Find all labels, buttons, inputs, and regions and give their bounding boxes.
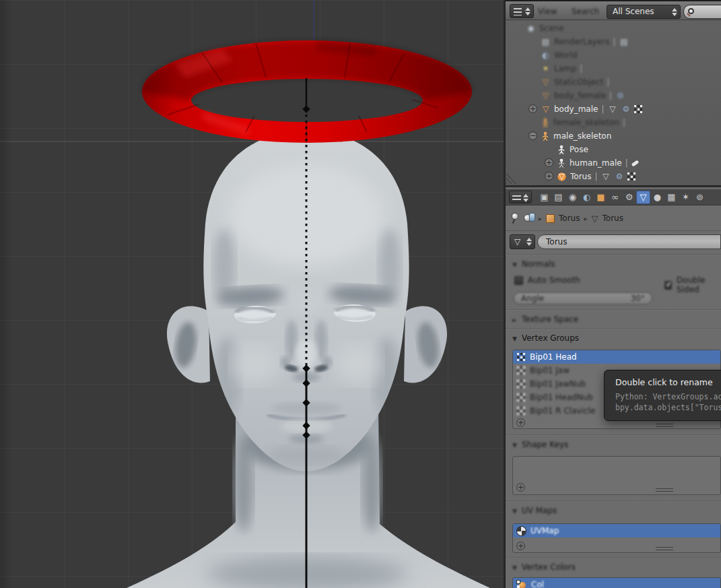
- outliner-search-input[interactable]: [683, 5, 721, 19]
- list-resize-grip[interactable]: [656, 488, 673, 492]
- search-menu[interactable]: Search: [572, 7, 599, 16]
- vertex-group-icon: [517, 380, 525, 388]
- tab-constraints[interactable]: ∞: [608, 191, 622, 204]
- tab-render[interactable]: ▣: [537, 191, 551, 204]
- tab-physics[interactable]: ⊚: [693, 191, 707, 204]
- panel-header-texture-space[interactable]: Texture Space: [506, 312, 721, 327]
- panel-title: UV Maps: [522, 506, 557, 515]
- outliner-item-label: Pose: [570, 145, 588, 154]
- vertex-group-name: Bip01 HeadNub: [530, 393, 593, 402]
- outliner-item-female-skeleton[interactable]: female_skeleton |: [506, 116, 721, 129]
- outliner-item-renderlayers[interactable]: RenderLayers |: [506, 35, 721, 48]
- tooltip-title: Double click to rename: [615, 377, 721, 387]
- outliner-item-male-skeleton[interactable]: male_skeleton: [506, 129, 721, 143]
- outliner-item-body-male[interactable]: body_male |: [506, 102, 721, 116]
- outliner-item-lamp[interactable]: Lamp |: [506, 62, 721, 75]
- outliner-item-torus[interactable]: Torus |: [506, 170, 721, 183]
- tab-modifiers[interactable]: ⚙: [622, 191, 636, 204]
- tab-object-data[interactable]: ▽: [636, 191, 650, 204]
- breadcrumb-data-name[interactable]: Torus: [603, 214, 623, 223]
- properties-tab-bar: ▣ ▤ ◉ ◐ ■ ∞ ⚙ ▽ ● ▦ ✶ ⊚: [506, 189, 721, 205]
- separator: |: [625, 158, 628, 168]
- outliner-item-label: World: [554, 51, 577, 60]
- panel-title: Vertex Colors: [522, 562, 576, 572]
- pose-icon: [557, 145, 566, 155]
- panel-separator: [506, 309, 721, 311]
- datablock-name-row: ▽ Torus: [506, 230, 721, 253]
- outliner-item-staticobject[interactable]: StaticObject |: [506, 75, 721, 89]
- viewport-scene: [0, 0, 504, 588]
- panel-header-uv-maps[interactable]: UV Maps: [506, 503, 721, 518]
- auto-smooth-checkbox[interactable]: Auto Smooth: [514, 275, 580, 285]
- add-uv-map-button[interactable]: [516, 542, 525, 550]
- head-model[interactable]: [127, 130, 490, 588]
- panel-header-vertex-groups[interactable]: Vertex Groups: [506, 331, 721, 346]
- outliner-item-body-female[interactable]: body_female |: [506, 89, 721, 102]
- panel-title: Normals: [522, 259, 555, 269]
- auto-smooth-label: Auto Smooth: [528, 275, 580, 285]
- tab-scene[interactable]: ◉: [565, 191, 580, 204]
- outliner-item-scene[interactable]: Scene: [506, 22, 721, 35]
- outliner-item-human-male[interactable]: human_male |: [506, 156, 721, 170]
- tab-render-layers[interactable]: ▤: [551, 191, 565, 204]
- datablock-name-field[interactable]: Torus: [537, 234, 721, 249]
- panel-separator: [506, 328, 721, 329]
- tab-world[interactable]: ◐: [580, 191, 594, 204]
- expand-toggle-icon[interactable]: [545, 172, 553, 181]
- panel-caret-icon: [512, 315, 517, 324]
- editor-type-button[interactable]: [509, 191, 532, 203]
- angle-slider[interactable]: Angle 30°: [514, 292, 652, 304]
- panel-separator: [506, 254, 721, 255]
- tab-particles[interactable]: ✶: [679, 191, 693, 204]
- view-menu[interactable]: View: [538, 7, 557, 16]
- vertex-group-icon: [517, 353, 525, 361]
- chevron-updown-icon: [526, 237, 532, 247]
- object-cube-icon: [546, 214, 555, 223]
- tab-object[interactable]: ■: [594, 191, 608, 204]
- vertex-color-row-col[interactable]: Col: [513, 578, 720, 588]
- breadcrumb-object-name[interactable]: Torus: [559, 214, 580, 223]
- panel-separator: [506, 500, 721, 502]
- 3d-viewport[interactable]: [0, 0, 504, 588]
- expand-toggle-icon[interactable]: [545, 158, 553, 167]
- list-resize-grip[interactable]: [656, 424, 673, 427]
- outliner-item-label: StaticObject: [554, 77, 603, 87]
- editor-type-button[interactable]: [510, 4, 534, 18]
- outliner-item-label: male_skeleton: [553, 131, 611, 141]
- angle-label: Angle: [521, 293, 544, 304]
- chevron-updown-icon: [672, 7, 677, 17]
- panel-title: Shape Keys: [522, 440, 568, 449]
- add-vertex-group-button[interactable]: [516, 418, 525, 427]
- separator: |: [613, 37, 615, 46]
- scene-selector-dropdown[interactable]: All Scenes: [607, 5, 681, 19]
- properties-icon: [512, 195, 521, 201]
- modifier-wrench-icon: [615, 91, 625, 101]
- scene-icon: [526, 24, 536, 34]
- collapse-toggle-icon[interactable]: [528, 131, 537, 140]
- tab-texture[interactable]: ▦: [664, 191, 679, 204]
- outliner-item-world[interactable]: World: [506, 48, 721, 62]
- panel-header-normals[interactable]: Normals: [506, 257, 721, 271]
- panel-header-vertex-colors[interactable]: Vertex Colors: [506, 560, 721, 575]
- expand-toggle-icon[interactable]: [528, 104, 537, 113]
- pin-icon[interactable]: [511, 213, 520, 224]
- tab-material[interactable]: ●: [650, 191, 664, 204]
- angle-value: 30°: [631, 293, 645, 304]
- vertex-colors-list: Col: [512, 577, 721, 588]
- separator: |: [601, 104, 604, 114]
- panel-title: Texture Space: [522, 315, 578, 324]
- vertex-group-row-bip01-head[interactable]: Bip01 Head: [513, 350, 720, 364]
- list-resize-grip[interactable]: [656, 547, 673, 550]
- uv-map-row-uvmap[interactable]: UVMap: [513, 524, 720, 537]
- datablock-type-button[interactable]: ▽: [510, 234, 535, 249]
- add-shape-key-button[interactable]: [516, 483, 525, 492]
- outliner-header: View Search All Scenes: [506, 0, 721, 20]
- double-sided-label: Double Sided: [677, 275, 721, 294]
- panel-header-shape-keys[interactable]: Shape Keys: [506, 437, 721, 452]
- vertex-group-name: Bip01 JawNub: [530, 379, 586, 389]
- double-sided-checkbox[interactable]: Double Sided: [664, 275, 721, 294]
- world-icon: [541, 51, 551, 61]
- outliner-item-pose[interactable]: Pose: [506, 143, 721, 156]
- uv-map-name: UVMap: [530, 526, 559, 535]
- mesh-data-icon: [600, 172, 611, 182]
